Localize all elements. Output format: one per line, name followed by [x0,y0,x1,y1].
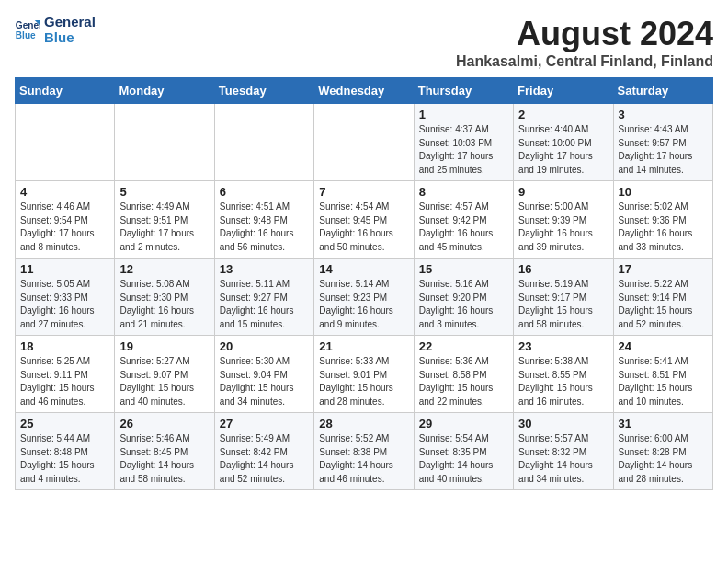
day-number: 31 [619,417,708,431]
day-info: Sunrise: 6:00 AM Sunset: 8:28 PM Dayligh… [619,432,708,486]
day-info: Sunrise: 5:57 AM Sunset: 8:32 PM Dayligh… [518,432,608,486]
day-info: Sunrise: 5:30 AM Sunset: 9:04 PM Dayligh… [220,355,309,408]
day-number: 24 [619,339,708,353]
weekday-header-saturday: Saturday [613,78,712,104]
day-info: Sunrise: 5:22 AM Sunset: 9:14 PM Dayligh… [619,278,708,331]
calendar-cell [115,104,214,181]
day-info: Sunrise: 5:11 AM Sunset: 9:27 PM Dayligh… [220,278,309,331]
day-number: 1 [419,108,508,121]
calendar-cell [16,104,115,181]
day-info: Sunrise: 5:08 AM Sunset: 9:30 PM Dayligh… [119,278,209,331]
day-info: Sunrise: 5:38 AM Sunset: 8:55 PM Dayligh… [518,355,608,408]
weekday-header-thursday: Thursday [414,78,513,104]
calendar-cell: 1Sunrise: 4:37 AM Sunset: 10:03 PM Dayli… [414,104,513,181]
calendar-cell: 14Sunrise: 5:14 AM Sunset: 9:23 PM Dayli… [314,259,414,336]
calendar-table: SundayMondayTuesdayWednesdayThursdayFrid… [15,77,713,490]
calendar-cell: 8Sunrise: 4:57 AM Sunset: 9:42 PM Daylig… [414,181,513,259]
day-info: Sunrise: 5:52 AM Sunset: 8:38 PM Dayligh… [319,432,408,486]
day-info: Sunrise: 5:02 AM Sunset: 9:36 PM Dayligh… [619,201,708,254]
day-number: 18 [20,339,109,353]
calendar-header-row: SundayMondayTuesdayWednesdayThursdayFrid… [16,78,713,104]
day-info: Sunrise: 4:37 AM Sunset: 10:03 PM Daylig… [419,123,508,177]
calendar-cell: 2Sunrise: 4:40 AM Sunset: 10:00 PM Dayli… [514,104,613,181]
day-info: Sunrise: 5:05 AM Sunset: 9:33 PM Dayligh… [20,278,109,331]
svg-text:Blue: Blue [16,30,36,40]
calendar-cell: 3Sunrise: 4:43 AM Sunset: 9:57 PM Daylig… [613,104,712,181]
day-number: 5 [119,185,209,199]
calendar-cell: 25Sunrise: 5:44 AM Sunset: 8:48 PM Dayli… [16,413,115,490]
day-number: 17 [619,262,708,276]
day-info: Sunrise: 5:46 AM Sunset: 8:45 PM Dayligh… [119,432,209,486]
calendar-cell: 5Sunrise: 4:49 AM Sunset: 9:51 PM Daylig… [115,181,214,259]
day-number: 22 [419,339,508,353]
weekday-header-monday: Monday [115,78,214,104]
day-info: Sunrise: 5:16 AM Sunset: 9:20 PM Dayligh… [419,278,508,331]
day-number: 12 [119,262,209,276]
day-number: 15 [419,262,508,276]
calendar-cell: 10Sunrise: 5:02 AM Sunset: 9:36 PM Dayli… [613,181,712,259]
calendar-cell: 15Sunrise: 5:16 AM Sunset: 9:20 PM Dayli… [414,259,513,336]
day-info: Sunrise: 4:51 AM Sunset: 9:48 PM Dayligh… [220,201,309,254]
day-number: 14 [319,262,408,276]
day-info: Sunrise: 4:46 AM Sunset: 9:54 PM Dayligh… [20,201,109,254]
day-info: Sunrise: 4:43 AM Sunset: 9:57 PM Dayligh… [619,123,708,177]
day-number: 21 [319,339,408,353]
calendar-cell: 27Sunrise: 5:49 AM Sunset: 8:42 PM Dayli… [214,413,313,490]
calendar-cell: 17Sunrise: 5:22 AM Sunset: 9:14 PM Dayli… [613,259,712,336]
logo-text-line1: General [44,15,96,30]
calendar-cell: 29Sunrise: 5:54 AM Sunset: 8:35 PM Dayli… [414,413,513,490]
day-number: 2 [518,108,608,121]
calendar-week-4: 18Sunrise: 5:25 AM Sunset: 9:11 PM Dayli… [16,336,713,413]
calendar-cell: 26Sunrise: 5:46 AM Sunset: 8:45 PM Dayli… [115,413,214,490]
logo-icon: General Blue [15,17,40,43]
calendar-cell: 11Sunrise: 5:05 AM Sunset: 9:33 PM Dayli… [16,259,115,336]
calendar-week-1: 1Sunrise: 4:37 AM Sunset: 10:03 PM Dayli… [16,104,713,181]
weekday-header-sunday: Sunday [16,78,115,104]
day-number: 6 [220,185,309,199]
logo-text-line2: Blue [44,30,96,46]
day-info: Sunrise: 5:27 AM Sunset: 9:07 PM Dayligh… [119,355,209,408]
day-number: 29 [419,417,508,431]
calendar-cell: 12Sunrise: 5:08 AM Sunset: 9:30 PM Dayli… [115,259,214,336]
day-number: 20 [220,339,309,353]
calendar-cell: 22Sunrise: 5:36 AM Sunset: 8:58 PM Dayli… [414,336,513,413]
calendar-cell: 13Sunrise: 5:11 AM Sunset: 9:27 PM Dayli… [214,259,313,336]
day-number: 26 [119,417,209,431]
calendar-cell: 16Sunrise: 5:19 AM Sunset: 9:17 PM Dayli… [514,259,613,336]
calendar-cell: 18Sunrise: 5:25 AM Sunset: 9:11 PM Dayli… [16,336,115,413]
day-number: 10 [619,185,708,199]
calendar-cell [314,104,414,181]
day-number: 16 [518,262,608,276]
calendar-cell: 28Sunrise: 5:52 AM Sunset: 8:38 PM Dayli… [314,413,414,490]
day-number: 9 [518,185,608,199]
day-number: 23 [518,339,608,353]
day-info: Sunrise: 5:14 AM Sunset: 9:23 PM Dayligh… [319,278,408,331]
day-number: 30 [518,417,608,431]
calendar-cell: 24Sunrise: 5:41 AM Sunset: 8:51 PM Dayli… [613,336,712,413]
day-number: 13 [220,262,309,276]
calendar-cell: 30Sunrise: 5:57 AM Sunset: 8:32 PM Dayli… [514,413,613,490]
page-subtitle: Hankasalmi, Central Finland, Finland [456,53,713,70]
day-info: Sunrise: 4:57 AM Sunset: 9:42 PM Dayligh… [419,201,508,254]
day-info: Sunrise: 5:00 AM Sunset: 9:39 PM Dayligh… [518,201,608,254]
day-info: Sunrise: 4:40 AM Sunset: 10:00 PM Daylig… [518,123,608,177]
day-info: Sunrise: 5:54 AM Sunset: 8:35 PM Dayligh… [419,432,508,486]
day-info: Sunrise: 4:49 AM Sunset: 9:51 PM Dayligh… [119,201,209,254]
day-number: 25 [20,417,109,431]
day-info: Sunrise: 5:25 AM Sunset: 9:11 PM Dayligh… [20,355,109,408]
day-number: 4 [20,185,109,199]
day-info: Sunrise: 5:49 AM Sunset: 8:42 PM Dayligh… [220,432,309,486]
calendar-cell: 19Sunrise: 5:27 AM Sunset: 9:07 PM Dayli… [115,336,214,413]
page-title: August 2024 [456,15,713,53]
title-area: August 2024 Hankasalmi, Central Finland,… [456,15,713,70]
weekday-header-wednesday: Wednesday [314,78,414,104]
weekday-header-tuesday: Tuesday [214,78,313,104]
calendar-cell: 31Sunrise: 6:00 AM Sunset: 8:28 PM Dayli… [613,413,712,490]
calendar-cell: 23Sunrise: 5:38 AM Sunset: 8:55 PM Dayli… [514,336,613,413]
day-number: 27 [220,417,309,431]
day-number: 8 [419,185,508,199]
calendar-cell [214,104,313,181]
calendar-cell: 4Sunrise: 4:46 AM Sunset: 9:54 PM Daylig… [16,181,115,259]
page-header: General Blue General Blue August 2024 Ha… [15,15,713,70]
day-number: 11 [20,262,109,276]
